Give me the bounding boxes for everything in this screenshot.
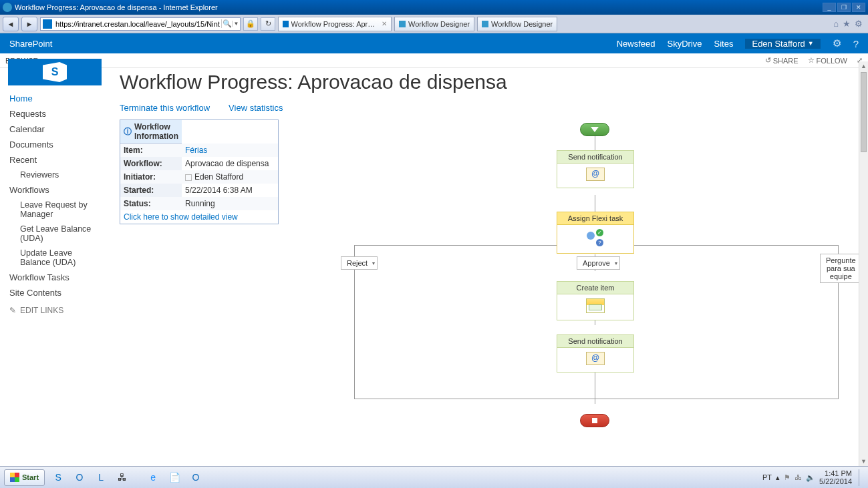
address-bar[interactable]: 🔍 ▼	[40, 17, 241, 31]
label-item: Item:	[120, 144, 182, 157]
branch-approve[interactable]: Approve	[577, 256, 620, 270]
taskbar: Start S O L 🖧 e 📄 O PT ▴ ⚑ 🖧 🔈 1:41 PM 5…	[0, 466, 868, 488]
tab-workflow-progress[interactable]: Workflow Progress: Aprovac… ✕	[278, 17, 392, 31]
tab-favicon-icon	[482, 21, 488, 27]
minimize-button[interactable]: _	[823, 3, 836, 12]
refresh-button[interactable]: ↻	[261, 17, 275, 31]
start-button[interactable]: Start	[4, 469, 45, 486]
node-title: Send notification	[557, 335, 633, 348]
left-nav: S Home Requests Calendar Documents Recen…	[0, 68, 110, 466]
taskbar-outlook2-icon[interactable]: O	[186, 469, 205, 486]
window-title: Workflow Progress: Aprovacao de dispensa…	[15, 3, 218, 11]
scroll-thumb[interactable]	[861, 72, 867, 152]
clock[interactable]: 1:41 PM 5/22/2014	[819, 469, 855, 485]
nav-requests[interactable]: Requests	[0, 106, 110, 121]
nav-get-balance[interactable]: Get Leave Balance (UDA)	[0, 222, 110, 246]
suite-bar: SharePoint Newsfeed SkyDrive Sites Eden …	[0, 33, 868, 53]
nav-calendar[interactable]: Calendar	[0, 121, 110, 137]
tab-workflow-designer-1[interactable]: Workflow Designer	[394, 17, 474, 31]
nav-site-contents[interactable]: Site Contents	[0, 285, 110, 300]
skydrive-link[interactable]: SkyDrive	[668, 39, 702, 49]
lang-indicator[interactable]: PT	[762, 473, 772, 481]
settings-icon[interactable]: ⚙	[833, 37, 841, 49]
node-title: Assign Flexi task	[557, 212, 633, 225]
item-link[interactable]: Férias	[185, 146, 207, 155]
nav-documents[interactable]: Documents	[0, 137, 110, 152]
taskbar-sharepoint-icon[interactable]: S	[49, 469, 67, 486]
scroll-down-icon[interactable]: ▼	[859, 457, 868, 466]
tab-workflow-designer-2[interactable]: Workflow Designer	[477, 17, 557, 31]
label-initiator: Initiator:	[120, 170, 182, 184]
site-logo[interactable]: S	[8, 59, 102, 85]
ie-toolbar: ◄ ► 🔍 ▼ 🔒 ↻ Workflow Progress: Aprovac… …	[0, 15, 868, 33]
flexi-task-icon: ✓?	[585, 229, 605, 246]
nav-workflows[interactable]: Workflows	[0, 182, 110, 198]
scroll-up-icon[interactable]: ▲	[859, 61, 868, 71]
nav-home[interactable]: Home	[0, 91, 110, 106]
tools-icon[interactable]: ⚙	[855, 19, 863, 29]
nav-update-balance[interactable]: Update Leave Balance (UDA)	[0, 246, 110, 270]
nav-leave-request[interactable]: Leave Request by Manager	[0, 198, 110, 222]
ie-titlebar: Workflow Progress: Aprovacao de dispensa…	[0, 0, 868, 15]
show-desktop-button[interactable]	[859, 469, 864, 486]
tab-label: Workflow Designer	[408, 20, 470, 28]
end-node[interactable]	[580, 414, 609, 427]
suite-brand[interactable]: SharePoint	[9, 39, 52, 49]
presence-icon	[185, 174, 192, 181]
back-button[interactable]: ◄	[3, 17, 19, 31]
start-node[interactable]	[580, 123, 609, 136]
share-button[interactable]: ↺ SHARE	[765, 56, 799, 65]
node-send-notification-1[interactable]: Send notification	[557, 150, 634, 188]
node-title: Send notification	[557, 151, 633, 164]
tab-close-icon[interactable]: ✕	[382, 20, 387, 27]
url-dropdown-icon[interactable]: ▼	[232, 21, 240, 27]
help-icon[interactable]: ?	[853, 38, 859, 49]
detailed-view-link[interactable]: Click here to show detailed view	[124, 212, 238, 222]
newsfeed-link[interactable]: Newsfeed	[617, 39, 656, 49]
tray-volume-icon[interactable]: 🔈	[806, 473, 815, 482]
nav-reviewers[interactable]: Reviewers	[0, 168, 110, 182]
branch-pergunte[interactable]: Pergunte para sua equipe	[820, 254, 859, 283]
taskbar-ie-icon[interactable]: e	[144, 469, 162, 486]
search-icon[interactable]: 🔍	[221, 19, 232, 28]
label-status: Status:	[120, 197, 182, 210]
taskbar-lync-icon[interactable]: L	[92, 469, 110, 486]
site-favicon-icon	[43, 19, 52, 29]
nav-recent[interactable]: Recent	[0, 152, 110, 168]
node-assign-flexi-task[interactable]: Assign Flexi task ✓?	[557, 212, 634, 254]
node-send-notification-2[interactable]: Send notification	[557, 334, 634, 373]
follow-button[interactable]: ☆ FOLLOW	[808, 56, 847, 65]
scrollbar[interactable]: ▲ ▼	[859, 61, 868, 466]
maximize-button[interactable]: ❐	[837, 3, 851, 12]
mail-icon	[586, 352, 605, 365]
page-title: Workflow Progress: Aprovacao de dispensa	[120, 71, 852, 93]
ie-favicon-icon	[3, 3, 12, 12]
pencil-icon: ✎	[9, 306, 16, 315]
url-input[interactable]	[54, 20, 221, 28]
content: Workflow Progress: Aprovacao de dispensa…	[110, 68, 859, 466]
windows-flag-icon	[10, 473, 19, 482]
branch-reject[interactable]: Reject	[341, 256, 378, 270]
label-workflow: Workflow:	[120, 157, 182, 170]
node-create-item[interactable]: Create item	[557, 281, 634, 320]
forward-button[interactable]: ►	[21, 17, 37, 31]
nav-workflow-tasks[interactable]: Workflow Tasks	[0, 270, 110, 285]
edit-links[interactable]: ✎EDIT LINKS	[0, 300, 110, 320]
sites-link[interactable]: Sites	[714, 39, 734, 49]
taskbar-app-icon[interactable]: 🖧	[113, 469, 132, 486]
info-icon: ⓘ	[124, 126, 132, 138]
tab-favicon-icon	[399, 21, 406, 27]
compat-view-button[interactable]: 🔒	[243, 17, 258, 31]
tray-flag-icon[interactable]: ⚑	[784, 473, 790, 482]
tray-up-icon[interactable]: ▴	[776, 473, 780, 482]
create-item-icon	[586, 298, 605, 313]
taskbar-outlook-icon[interactable]: O	[70, 469, 89, 486]
home-icon[interactable]: ⌂	[833, 19, 839, 29]
terminate-link[interactable]: Terminate this workflow	[120, 103, 210, 113]
close-window-button[interactable]: ✕	[852, 3, 865, 12]
tray-network-icon[interactable]: 🖧	[794, 473, 802, 481]
favorites-icon[interactable]: ★	[843, 19, 851, 29]
taskbar-notepad-icon[interactable]: 📄	[165, 469, 184, 486]
chevron-down-icon: ▼	[808, 40, 814, 47]
user-menu[interactable]: Eden Stafford ▼	[745, 39, 820, 49]
